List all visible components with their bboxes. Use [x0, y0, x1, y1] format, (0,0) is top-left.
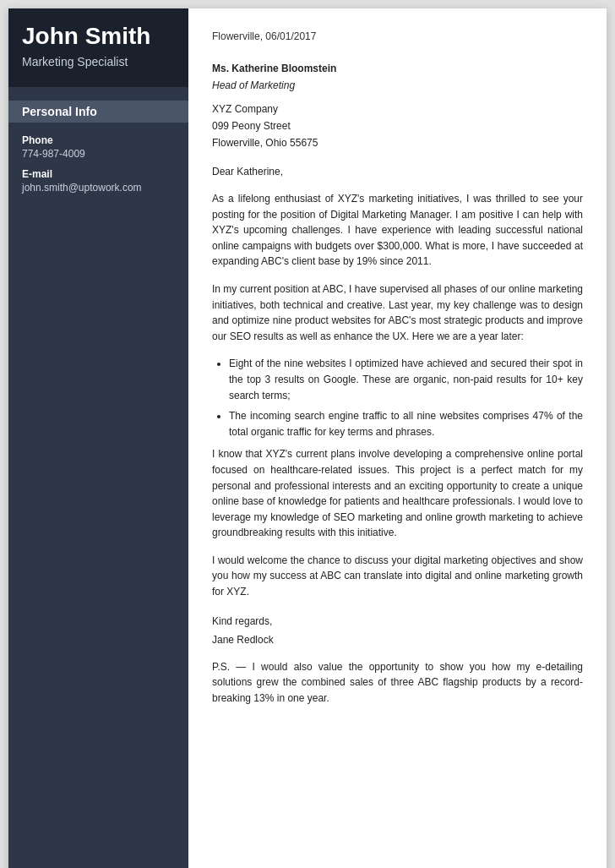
- candidate-name: John Smith: [22, 24, 175, 50]
- ps-paragraph: P.S. — I would also value the opportunit…: [212, 659, 583, 707]
- letter-paragraph-1: As a lifelong enthusiast of XYZ's market…: [212, 191, 583, 270]
- salutation: Dear Katherine,: [212, 164, 583, 179]
- resume-container: John Smith Marketing Specialist Personal…: [8, 8, 607, 868]
- personal-info-section: Personal Info Phone 774-987-4009 E-mail …: [8, 87, 188, 194]
- signature: Jane Redlock: [212, 632, 583, 647]
- recipient-name: Ms. Katherine Bloomstein: [212, 61, 583, 76]
- letter-date: Flowerville, 06/01/2017: [212, 29, 583, 44]
- personal-info-heading: Personal Info: [8, 101, 188, 123]
- letter-paragraph-4: I would welcome the chance to discuss yo…: [212, 553, 583, 600]
- letter-paragraph-2: In my current position at ABC, I have su…: [212, 281, 583, 344]
- bullet-item-1: Eight of the nine websites I optimized h…: [229, 356, 583, 403]
- candidate-title: Marketing Specialist: [22, 55, 175, 68]
- email-value: john.smith@uptowork.com: [22, 182, 175, 194]
- recipient-title: Head of Marketing: [212, 78, 583, 93]
- recipient-street: 099 Peony Street: [212, 118, 583, 134]
- recipient-company: XYZ Company: [212, 101, 583, 117]
- bullet-item-2: The incoming search engine traffic to al…: [229, 408, 583, 439]
- letter-paragraph-3: I know that XYZ's current plans involve …: [212, 446, 583, 541]
- closing: Kind regards,: [212, 614, 583, 629]
- phone-label: Phone: [22, 134, 175, 146]
- bullet-list: Eight of the nine websites I optimized h…: [229, 356, 583, 439]
- sidebar: John Smith Marketing Specialist Personal…: [8, 8, 188, 868]
- main-content: Flowerville, 06/01/2017 Ms. Katherine Bl…: [188, 8, 607, 868]
- recipient-city: Flowerville, Ohio 55675: [212, 135, 583, 150]
- phone-value: 774-987-4009: [22, 148, 175, 160]
- email-label: E-mail: [22, 168, 175, 180]
- sidebar-header: John Smith Marketing Specialist: [8, 8, 188, 87]
